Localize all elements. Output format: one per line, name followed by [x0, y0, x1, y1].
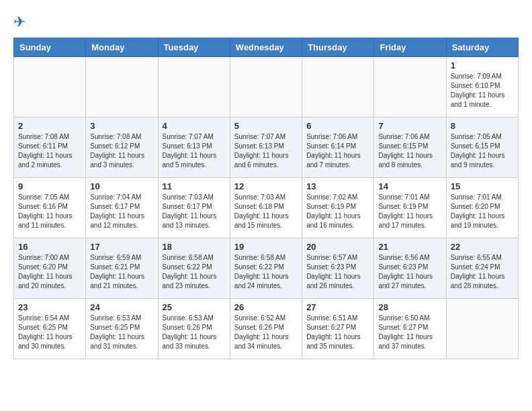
calendar-week-row: 2Sunrise: 7:08 AM Sunset: 6:11 PM Daylig… [14, 118, 519, 178]
day-number: 24 [90, 302, 153, 312]
calendar-cell [302, 57, 374, 118]
day-info: Sunrise: 6:52 AM Sunset: 6:26 PM Dayligh… [234, 314, 298, 351]
day-number: 5 [234, 121, 298, 131]
calendar-cell: 28Sunrise: 6:50 AM Sunset: 6:27 PM Dayli… [374, 299, 446, 359]
calendar-cell: 5Sunrise: 7:07 AM Sunset: 6:13 PM Daylig… [230, 118, 302, 178]
day-info: Sunrise: 7:05 AM Sunset: 6:16 PM Dayligh… [18, 193, 81, 230]
day-header-monday: Monday [86, 38, 158, 57]
calendar-cell: 9Sunrise: 7:05 AM Sunset: 6:16 PM Daylig… [14, 178, 86, 238]
header: ✈ [13, 13, 519, 31]
day-info: Sunrise: 6:54 AM Sunset: 6:25 PM Dayligh… [18, 314, 81, 351]
calendar-cell: 8Sunrise: 7:05 AM Sunset: 6:15 PM Daylig… [446, 118, 518, 178]
calendar-week-row: 16Sunrise: 7:00 AM Sunset: 6:20 PM Dayli… [14, 238, 519, 299]
calendar-cell: 7Sunrise: 7:06 AM Sunset: 6:15 PM Daylig… [374, 118, 446, 178]
calendar: SundayMondayTuesdayWednesdayThursdayFrid… [13, 38, 519, 359]
day-info: Sunrise: 7:07 AM Sunset: 6:13 PM Dayligh… [163, 132, 226, 170]
calendar-cell: 13Sunrise: 7:02 AM Sunset: 6:19 PM Dayli… [302, 178, 374, 238]
day-info: Sunrise: 6:57 AM Sunset: 6:23 PM Dayligh… [306, 253, 369, 291]
calendar-cell: 16Sunrise: 7:00 AM Sunset: 6:20 PM Dayli… [14, 238, 86, 299]
calendar-cell: 10Sunrise: 7:04 AM Sunset: 6:17 PM Dayli… [86, 178, 158, 238]
day-number: 23 [18, 302, 81, 312]
day-info: Sunrise: 7:07 AM Sunset: 6:13 PM Dayligh… [234, 132, 298, 170]
day-info: Sunrise: 6:53 AM Sunset: 6:26 PM Dayligh… [163, 314, 226, 351]
calendar-cell: 27Sunrise: 6:51 AM Sunset: 6:27 PM Dayli… [302, 299, 374, 359]
calendar-cell [158, 57, 230, 118]
day-info: Sunrise: 7:09 AM Sunset: 6:10 PM Dayligh… [451, 72, 514, 109]
day-info: Sunrise: 7:06 AM Sunset: 6:15 PM Dayligh… [378, 132, 441, 170]
day-info: Sunrise: 7:05 AM Sunset: 6:15 PM Dayligh… [451, 132, 514, 170]
calendar-cell: 24Sunrise: 6:53 AM Sunset: 6:25 PM Dayli… [86, 299, 158, 359]
day-info: Sunrise: 7:03 AM Sunset: 6:17 PM Dayligh… [163, 193, 226, 230]
day-header-thursday: Thursday [302, 38, 374, 57]
calendar-cell: 2Sunrise: 7:08 AM Sunset: 6:11 PM Daylig… [14, 118, 86, 178]
calendar-week-row: 9Sunrise: 7:05 AM Sunset: 6:16 PM Daylig… [14, 178, 519, 238]
day-info: Sunrise: 6:51 AM Sunset: 6:27 PM Dayligh… [306, 314, 369, 351]
day-number: 10 [90, 181, 153, 191]
calendar-cell: 17Sunrise: 6:59 AM Sunset: 6:21 PM Dayli… [86, 238, 158, 299]
calendar-cell: 15Sunrise: 7:01 AM Sunset: 6:20 PM Dayli… [446, 178, 518, 238]
calendar-week-row: 1Sunrise: 7:09 AM Sunset: 6:10 PM Daylig… [14, 57, 519, 118]
day-number: 15 [451, 181, 514, 191]
day-info: Sunrise: 6:59 AM Sunset: 6:21 PM Dayligh… [90, 253, 153, 291]
day-header-saturday: Saturday [446, 38, 518, 57]
day-number: 1 [451, 60, 514, 71]
day-number: 28 [378, 302, 441, 312]
day-number: 26 [234, 302, 298, 312]
calendar-cell: 23Sunrise: 6:54 AM Sunset: 6:25 PM Dayli… [14, 299, 86, 359]
day-number: 21 [378, 242, 441, 252]
logo-bird-icon: ✈ [13, 13, 26, 30]
day-info: Sunrise: 7:03 AM Sunset: 6:18 PM Dayligh… [234, 193, 298, 230]
calendar-cell [86, 57, 158, 118]
day-info: Sunrise: 6:56 AM Sunset: 6:23 PM Dayligh… [378, 253, 441, 291]
day-header-friday: Friday [374, 38, 446, 57]
day-number: 19 [234, 242, 298, 252]
day-info: Sunrise: 6:53 AM Sunset: 6:25 PM Dayligh… [90, 314, 153, 351]
calendar-cell: 6Sunrise: 7:06 AM Sunset: 6:14 PM Daylig… [302, 118, 374, 178]
calendar-cell: 20Sunrise: 6:57 AM Sunset: 6:23 PM Dayli… [302, 238, 374, 299]
calendar-cell: 11Sunrise: 7:03 AM Sunset: 6:17 PM Dayli… [158, 178, 230, 238]
day-number: 16 [18, 242, 81, 252]
day-number: 27 [306, 302, 369, 312]
day-info: Sunrise: 7:04 AM Sunset: 6:17 PM Dayligh… [90, 193, 153, 230]
calendar-cell: 25Sunrise: 6:53 AM Sunset: 6:26 PM Dayli… [158, 299, 230, 359]
day-header-tuesday: Tuesday [158, 38, 230, 57]
calendar-cell [374, 57, 446, 118]
calendar-cell [230, 57, 302, 118]
day-info: Sunrise: 7:01 AM Sunset: 6:19 PM Dayligh… [378, 193, 441, 230]
day-number: 11 [163, 181, 226, 191]
calendar-cell: 21Sunrise: 6:56 AM Sunset: 6:23 PM Dayli… [374, 238, 446, 299]
calendar-week-row: 23Sunrise: 6:54 AM Sunset: 6:25 PM Dayli… [14, 299, 519, 359]
day-info: Sunrise: 7:08 AM Sunset: 6:11 PM Dayligh… [18, 132, 81, 170]
day-number: 14 [378, 181, 441, 191]
day-number: 17 [90, 242, 153, 252]
day-number: 25 [163, 302, 226, 312]
calendar-header-row: SundayMondayTuesdayWednesdayThursdayFrid… [14, 38, 519, 57]
day-number: 2 [18, 121, 81, 131]
calendar-cell: 12Sunrise: 7:03 AM Sunset: 6:18 PM Dayli… [230, 178, 302, 238]
day-number: 22 [451, 242, 514, 252]
day-number: 13 [306, 181, 369, 191]
day-number: 12 [234, 181, 298, 191]
day-number: 20 [306, 242, 369, 252]
day-number: 9 [18, 181, 81, 191]
calendar-cell: 18Sunrise: 6:58 AM Sunset: 6:22 PM Dayli… [158, 238, 230, 299]
calendar-cell: 14Sunrise: 7:01 AM Sunset: 6:19 PM Dayli… [374, 178, 446, 238]
calendar-cell [14, 57, 86, 118]
day-header-sunday: Sunday [14, 38, 86, 57]
day-number: 6 [306, 121, 369, 131]
day-info: Sunrise: 7:06 AM Sunset: 6:14 PM Dayligh… [306, 132, 369, 170]
day-number: 18 [163, 242, 226, 252]
day-info: Sunrise: 7:08 AM Sunset: 6:12 PM Dayligh… [90, 132, 153, 170]
day-info: Sunrise: 6:55 AM Sunset: 6:24 PM Dayligh… [451, 253, 514, 291]
day-info: Sunrise: 7:02 AM Sunset: 6:19 PM Dayligh… [306, 193, 369, 230]
calendar-cell: 19Sunrise: 6:58 AM Sunset: 6:22 PM Dayli… [230, 238, 302, 299]
calendar-cell: 22Sunrise: 6:55 AM Sunset: 6:24 PM Dayli… [446, 238, 518, 299]
day-header-wednesday: Wednesday [230, 38, 302, 57]
day-info: Sunrise: 6:58 AM Sunset: 6:22 PM Dayligh… [234, 253, 298, 291]
calendar-cell: 3Sunrise: 7:08 AM Sunset: 6:12 PM Daylig… [86, 118, 158, 178]
day-number: 8 [451, 121, 514, 131]
calendar-cell: 4Sunrise: 7:07 AM Sunset: 6:13 PM Daylig… [158, 118, 230, 178]
day-info: Sunrise: 6:50 AM Sunset: 6:27 PM Dayligh… [378, 314, 441, 351]
calendar-cell: 26Sunrise: 6:52 AM Sunset: 6:26 PM Dayli… [230, 299, 302, 359]
day-number: 3 [90, 121, 153, 131]
